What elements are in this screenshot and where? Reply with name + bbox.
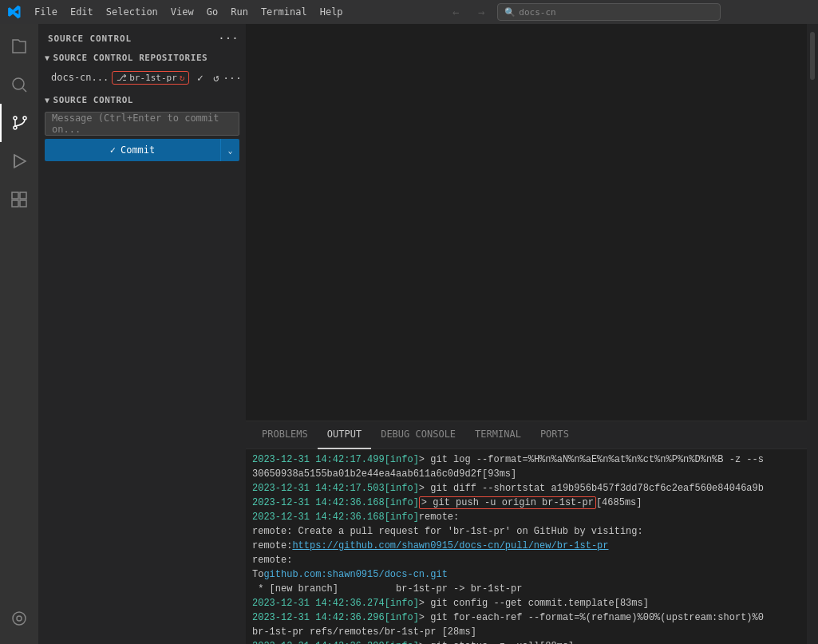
search-icon: 🔍 [504,7,516,18]
search-activity-icon[interactable] [0,65,38,104]
log-line: 2023-12-31 14:42:17.503 [info] > git dif… [252,481,800,496]
tab-debug-console[interactable]: DEBUG CONSOLE [371,421,465,449]
log-line: remote: [252,553,800,567]
branch-pill[interactable]: ⎇ br-1st-pr ↻ [112,71,189,85]
panel-content[interactable]: 2023-12-31 14:42:17.499 [info] > git log… [246,449,807,644]
branch-name: br-1st-pr [129,73,177,83]
log-line: br-1st-pr refs/remotes/br-1st-pr [28ms] [252,625,800,639]
tab-output[interactable]: OUTPUT [318,421,371,449]
titlebar: File Edit Selection View Go Run Terminal… [0,0,818,24]
branch-sync-icon: ↻ [180,73,185,83]
search-box[interactable]: 🔍 docs-cn [497,3,721,21]
sc-section-label: SOURCE CONTROL [53,95,133,105]
svg-point-2 [14,126,17,129]
repo-accept-button[interactable]: ✓ [193,70,207,85]
sidebar-title: SOURCE CONTROL [48,34,132,44]
log-line: 2023-12-31 14:42:36.274 [info] > git con… [252,596,800,610]
log-line: 2023-12-31 14:42:36.399 [info] > git sta… [252,639,800,644]
commit-placeholder: Message (Ctrl+Enter to commit on... [52,113,232,135]
svg-point-0 [13,78,24,89]
svg-rect-8 [12,192,18,199]
chevron-down-icon: ⌄ [227,146,232,155]
search-text: docs-cn [519,7,555,18]
tab-problems[interactable]: PROBLEMS [252,421,318,449]
scrollbar-thumb [810,32,815,80]
commit-dropdown-button[interactable]: ⌄ [220,139,239,161]
tab-terminal[interactable]: TERMINAL [465,421,531,449]
repos-section-header[interactable]: ▼ SOURCE CONTROL REPOSITORIES [38,49,246,66]
log-line: 2023-12-31 14:42:17.499 [info] > git log… [252,452,800,467]
commit-checkmark-icon: ✓ [110,144,116,156]
log-line: remote: https://github.com/shawn0915/doc… [252,539,800,553]
nav-forward-button[interactable]: → [472,2,491,22]
svg-point-3 [23,117,26,120]
log-line: 2023-12-31 14:42:36.296 [info] > git for… [252,610,800,625]
repo-refresh-button[interactable]: ↺ [209,70,223,85]
source-control-activity-icon[interactable] [0,104,38,142]
svg-rect-11 [20,200,26,207]
svg-marker-6 [14,155,26,168]
menu-run[interactable]: Run [224,0,255,24]
editor-empty [246,24,807,421]
repo-row: docs-cn... ⎇ br-1st-pr ↻ ✓ ↺ ··· [38,66,246,89]
menu-selection[interactable]: Selection [100,0,164,24]
activity-bar [0,24,38,644]
sc-arrow-icon: ▼ [45,96,50,105]
repo-more-button[interactable]: ··· [225,70,239,85]
log-line: To github.com:shawn0915/docs-cn.git [252,567,800,582]
commit-button[interactable]: ✓ Commit [45,139,220,161]
extensions-activity-icon[interactable] [0,180,38,219]
log-line: * [new branch] br-1st-pr -> br-1st-pr [252,582,800,596]
menu-go[interactable]: Go [200,0,224,24]
log-line: 2023-12-31 14:42:36.168 [info] remote: [252,510,800,524]
panel: PROBLEMS OUTPUT DEBUG CONSOLE TERMINAL P… [246,421,807,644]
sc-section: ▼ SOURCE CONTROL Message (Ctrl+Enter to … [38,92,246,164]
repo-name: docs-cn... [51,72,109,83]
nav-back-button[interactable]: ← [446,2,465,22]
branch-icon: ⎇ [117,73,127,83]
svg-rect-10 [12,200,18,207]
tab-ports[interactable]: PORTS [531,421,579,449]
commit-message-input[interactable]: Message (Ctrl+Enter to commit on... [45,112,239,136]
log-line: 30650938a5155ba01b2e44ea4aab611a6c0d9d2f… [252,467,800,481]
menu-edit[interactable]: Edit [64,0,100,24]
panel-tabs: PROBLEMS OUTPUT DEBUG CONSOLE TERMINAL P… [246,421,807,449]
docker-activity-icon[interactable] [0,599,38,638]
run-activity-icon[interactable] [0,142,38,180]
right-scrollbar[interactable] [807,24,818,644]
sidebar-more-button[interactable]: ··· [220,30,236,46]
explorer-activity-icon[interactable] [0,27,38,65]
sc-section-header[interactable]: ▼ SOURCE CONTROL [38,92,246,109]
vscode-logo [0,0,28,24]
svg-point-4 [14,117,17,120]
menu-file[interactable]: File [28,0,64,24]
log-line: 2023-12-31 14:42:36.168 [info] > git pus… [252,496,800,510]
sidebar: SOURCE CONTROL ··· ▼ SOURCE CONTROL REPO… [38,24,246,644]
svg-point-13 [17,616,22,621]
menu-help[interactable]: Help [314,0,350,24]
svg-line-1 [23,89,27,93]
repos-section-label: SOURCE CONTROL REPOSITORIES [53,53,208,63]
svg-rect-9 [20,192,26,199]
svg-point-12 [13,612,26,625]
log-line: remote: Create a pull request for 'br-1s… [252,524,800,539]
repos-arrow-icon: ▼ [45,53,50,62]
menu-view[interactable]: View [164,0,200,24]
menu-terminal[interactable]: Terminal [255,0,314,24]
commit-label: Commit [121,144,155,156]
